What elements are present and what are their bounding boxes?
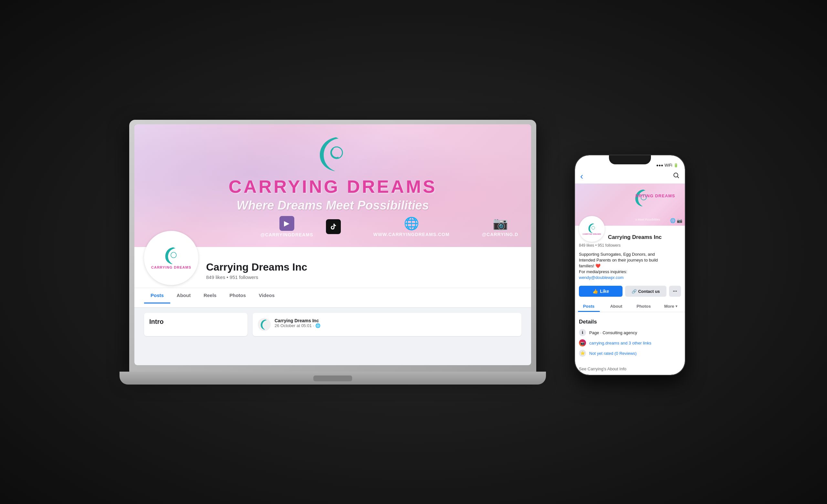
laptop-body: CARRYING DREAMS Where Dreams Meet Possib… (129, 120, 536, 371)
phone-profile-row: CARRYING DREAMS Carrying Dreams Inc (575, 226, 685, 242)
description-line2: Intended Parents on their journeys to bu… (579, 258, 658, 262)
like-button[interactable]: 👍 Like (579, 286, 623, 297)
profile-avatar: CARRYING DREAMS (144, 231, 198, 285)
intro-card: Intro (144, 313, 247, 336)
phone-cover-social: 🌐 📷 (670, 218, 682, 223)
laptop-notch (313, 375, 352, 381)
svg-point-5 (591, 226, 595, 229)
tab-about[interactable]: About (170, 288, 197, 303)
facebook-desktop: CARRYING DREAMS Where Dreams Meet Possib… (134, 124, 531, 365)
detail-row-rating: ⭐ Not yet rated (0 Reviews) (579, 350, 681, 357)
phone-nav-bar: ‹ (575, 169, 685, 184)
more-options-button[interactable]: ··· (669, 286, 681, 297)
cover-subtitle: Where Dreams Meet Possibilities (237, 199, 429, 212)
phone-tab-about[interactable]: About (602, 301, 630, 312)
media-line: For media/press inquiries: (579, 269, 627, 274)
page-info: Carrying Dreams Inc 849 likes • 951 foll… (206, 259, 307, 285)
phone-globe-icon: 🌐 (670, 218, 676, 223)
phone-avatar-brand: CARRYING DREAMS (582, 233, 601, 235)
detail-page-type: Page · Consulting agency (589, 330, 637, 335)
phone-tabs: Posts About Photos More ▼ (575, 301, 685, 312)
phone-description: Supporting Surrogates, Egg Donors, and I… (575, 250, 685, 282)
tiktok-icon (326, 219, 341, 234)
phone-cover-subtitle: s Meet Possibilities (635, 218, 660, 221)
instagram-icon: 📷 (493, 216, 508, 231)
instagram-detail-icon: 📷 (579, 339, 586, 346)
svg-point-1 (171, 252, 177, 258)
phone-screen: ●●● WiFi 🔋 ‹ (575, 155, 685, 375)
cover-social-icons: ▶ @CARRYINGDREAMS (260, 216, 531, 237)
info-icon: ℹ (579, 329, 586, 336)
tab-reels[interactable]: Reels (197, 288, 223, 303)
youtube-icon: ▶ (280, 216, 294, 231)
youtube-handle: @CARRYINGDREAMS (260, 232, 313, 237)
tab-posts[interactable]: Posts (144, 288, 170, 303)
phone-tab-posts[interactable]: Posts (575, 301, 602, 312)
page-tabs: Posts About Reels Photos Videos (134, 288, 531, 303)
post-meta: Carrying Dreams Inc 26 October at 05:01 … (275, 318, 321, 328)
laptop-device: CARRYING DREAMS Where Dreams Meet Possib… (129, 120, 536, 385)
phone-device: ●●● WiFi 🔋 ‹ (575, 155, 685, 375)
detail-row-page: ℹ Page · Consulting agency (579, 329, 681, 336)
tab-videos[interactable]: Videos (252, 288, 281, 303)
wifi-icon: WiFi (665, 163, 672, 167)
link-icon: 🔗 (632, 289, 637, 294)
description-line1: Supporting Surrogates, Egg Donors, and (579, 252, 655, 257)
phone-body: ●●● WiFi 🔋 ‹ (575, 155, 685, 375)
phone-notch (609, 155, 651, 164)
phone-tab-photos[interactable]: Photos (630, 301, 658, 312)
contact-us-button[interactable]: 🔗 Contact us (625, 286, 666, 297)
signal-icon: ●●● (656, 163, 663, 167)
post-avatar (258, 318, 271, 331)
phone-details-section: Details ℹ Page · Consulting agency 📷 car… (575, 315, 685, 364)
phone-action-row: 👍 Like 🔗 Contact us ··· (575, 282, 685, 301)
content-area: Intro Carrying Dreams Inc (134, 308, 531, 341)
back-button[interactable]: ‹ (580, 171, 583, 182)
detail-row-social: 📷 carrying.dreams and 3 other links (579, 339, 681, 346)
description-line3: families! ❤️ (579, 263, 600, 268)
website-handle: WWW.CARRYINGDREAMS.COM (373, 232, 449, 237)
details-title: Details (579, 319, 681, 325)
cover-photo: CARRYING DREAMS Where Dreams Meet Possib… (134, 124, 531, 247)
cover-title: CARRYING DREAMS (229, 176, 437, 197)
phone-cover-title: RRYING DREAMS (635, 193, 675, 198)
star-icon: ⭐ (579, 350, 586, 357)
intro-title: Intro (149, 318, 242, 325)
instagram-handle: @CARRYING.D (482, 232, 519, 237)
avatar-row: CARRYING DREAMS Carrying Dreams Inc 849 … (134, 247, 531, 285)
phone-instagram-icon: 📷 (677, 218, 682, 223)
avatar-brand-label: CARRYING DREAMS (151, 265, 191, 269)
phone-tab-more[interactable]: More ▼ (658, 301, 685, 312)
phone-page-name: Carrying Dreams Inc (608, 234, 662, 241)
devices-container: CARRYING DREAMS Where Dreams Meet Possib… (155, 120, 672, 385)
laptop-screen-bezel: CARRYING DREAMS Where Dreams Meet Possib… (134, 124, 531, 365)
page-name: Carrying Dreams Inc (206, 261, 307, 273)
post-preview: Carrying Dreams Inc 26 October at 05:01 … (253, 313, 521, 336)
see-about-info[interactable]: See Carrying's About Info (575, 364, 685, 374)
profile-section: CARRYING DREAMS Carrying Dreams Inc 849 … (134, 247, 531, 308)
tab-photos[interactable]: Photos (223, 288, 252, 303)
chevron-down-icon: ▼ (675, 304, 678, 308)
phone-page-stats: 849 likes • 951 followers (575, 242, 685, 250)
post-time: 26 October at 05:01 · 🌐 (275, 323, 321, 328)
laptop-base (119, 371, 546, 385)
svg-point-2 (674, 173, 678, 177)
status-icons: ●●● WiFi 🔋 (656, 163, 678, 167)
email-link[interactable]: wendy@doublewpr.com (579, 275, 624, 280)
detail-rating[interactable]: Not yet rated (0 Reviews) (589, 351, 637, 356)
detail-social-link[interactable]: carrying.dreams and 3 other links (589, 341, 651, 346)
scene: CARRYING DREAMS Where Dreams Meet Possib… (0, 0, 827, 504)
page-stats: 849 likes • 951 followers (206, 274, 307, 280)
cover-moon-icon (313, 134, 352, 173)
post-author: Carrying Dreams Inc (275, 318, 321, 323)
battery-icon: 🔋 (674, 163, 678, 167)
search-icon[interactable] (673, 172, 680, 181)
svg-line-3 (677, 177, 679, 178)
globe-icon: 🌐 (404, 216, 419, 231)
phone-avatar: CARRYING DREAMS (579, 216, 605, 242)
like-thumb-icon: 👍 (592, 289, 598, 294)
